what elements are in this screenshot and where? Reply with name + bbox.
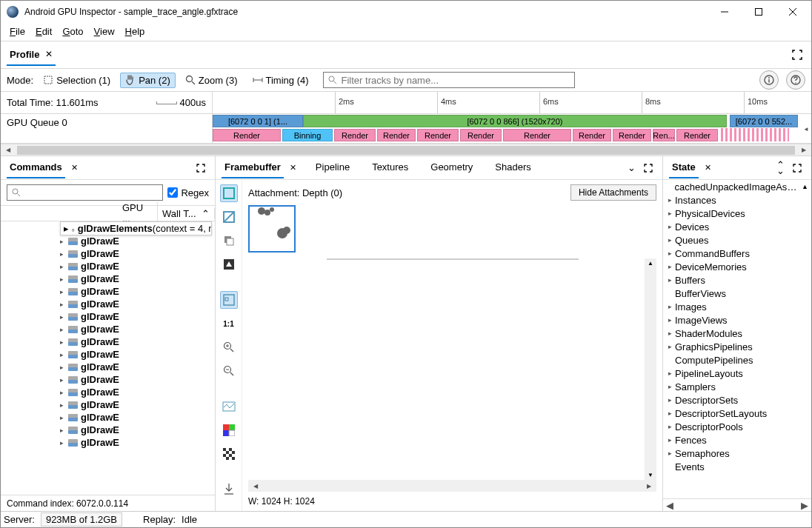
state-tree[interactable]: cachedUnpackedImageAspect▲▸Instances▸Phy… <box>663 180 811 498</box>
invert-icon[interactable] <box>220 255 238 273</box>
tab-commands[interactable]: Commands <box>7 157 65 178</box>
command-row[interactable]: ▸glDrawE <box>1 424 215 436</box>
gpu-queue-track[interactable]: [6072 0 0 1] (1...[6072 0 0 866] (1520x7… <box>213 114 811 143</box>
command-row[interactable]: ▸glDrawE <box>1 335 215 348</box>
timeline-bar[interactable]: Render <box>573 129 611 141</box>
timeline-bar[interactable]: Ren... <box>653 129 675 141</box>
state-item[interactable]: ▸GraphicsPipelines <box>663 340 811 353</box>
zoom-out-icon[interactable] <box>220 362 238 380</box>
overlay-icon[interactable] <box>220 232 238 250</box>
timeline-collapse-icon[interactable] <box>801 114 811 143</box>
mode-pan[interactable]: Pan (2) <box>120 73 176 88</box>
attachment-color-icon[interactable] <box>220 184 238 202</box>
filter-tracks-input[interactable] <box>323 72 575 88</box>
tab-state[interactable]: State <box>669 157 699 178</box>
state-item[interactable]: ▸Samplers <box>663 380 811 393</box>
tab-profile[interactable]: Profile ✕ <box>7 44 56 66</box>
menu-file[interactable]: File <box>5 24 30 36</box>
fullscreen-icon[interactable] <box>789 160 805 176</box>
timeline-bar[interactable]: Render <box>334 129 376 141</box>
actual-size-icon[interactable]: 1:1 <box>220 315 238 332</box>
command-row[interactable]: ▸glDrawE <box>1 386 215 398</box>
col-wall[interactable]: Wall T...⌃ <box>158 208 215 219</box>
help-button[interactable] <box>786 70 805 90</box>
timeline-bar[interactable]: [6072 0 0 866] (1520x720) <box>303 115 727 127</box>
mode-zoom[interactable]: Zoom (3) <box>180 73 243 88</box>
state-item[interactable]: ▸PipelineLayouts <box>663 367 811 380</box>
timeline-bar[interactable]: Render <box>417 129 459 141</box>
command-row[interactable]: ▸glDrawE <box>1 361 215 373</box>
command-row[interactable]: ▸glDrawE <box>1 273 215 285</box>
timeline-bar[interactable]: Binning <box>282 129 333 141</box>
maximize-button[interactable] <box>742 1 776 23</box>
timeline-bar[interactable]: [6072 0 0 552... <box>730 115 798 127</box>
menu-goto[interactable]: Goto <box>58 24 87 36</box>
state-item[interactable]: ▸DescriptorPools <box>663 420 811 433</box>
state-item[interactable]: ▸Images <box>663 300 811 313</box>
state-item[interactable]: ▸Semaphores <box>663 447 811 460</box>
regex-checkbox[interactable]: Regex <box>167 187 209 198</box>
state-item[interactable]: ▸ImageViews <box>663 313 811 327</box>
state-item[interactable]: ▸ShaderModules <box>663 327 811 340</box>
state-item[interactable]: ▸DescriptorSetLayouts <box>663 407 811 420</box>
hide-attachments-button[interactable]: Hide Attachments <box>570 184 656 201</box>
updown-icon[interactable]: ⌃⌄ <box>774 162 786 174</box>
state-item[interactable]: BufferViews <box>663 287 811 300</box>
fullscreen-icon[interactable] <box>640 160 656 176</box>
command-row[interactable]: ▸glDrawE <box>1 260 215 273</box>
menu-help[interactable]: Help <box>121 24 150 36</box>
chevron-down-icon[interactable]: ⌄ <box>625 162 637 173</box>
channels-icon[interactable] <box>220 421 238 439</box>
state-item[interactable]: ▸Fences <box>663 433 811 447</box>
state-item[interactable]: Events <box>663 460 811 473</box>
command-row[interactable]: ▸glDrawE <box>1 310 215 323</box>
state-scrollbar[interactable]: ◀▶ <box>663 498 811 511</box>
mode-timing[interactable]: Timing (4) <box>247 73 314 88</box>
fullscreen-icon[interactable] <box>789 47 805 63</box>
state-item[interactable]: ▸Devices <box>663 220 811 233</box>
tab-shaders[interactable]: Shaders <box>492 157 533 178</box>
tab-framebuffer[interactable]: Framebuffer <box>222 157 284 178</box>
fit-icon[interactable] <box>220 291 238 309</box>
menu-view[interactable]: View <box>90 24 119 36</box>
zoom-in-icon[interactable] <box>220 338 238 356</box>
timeline-bar[interactable]: [6072 0 0 1] (1... <box>213 115 303 127</box>
checker-icon[interactable] <box>220 445 238 463</box>
info-button[interactable] <box>759 70 779 90</box>
state-item[interactable]: cachedUnpackedImageAspect▲ <box>663 180 811 193</box>
command-row[interactable]: ▸glDrawE <box>1 398 215 411</box>
state-item[interactable]: ▸DescriptorSets <box>663 393 811 407</box>
histogram-icon[interactable] <box>220 398 238 415</box>
mode-selection[interactable]: Selection (1) <box>38 73 116 88</box>
timeline-bar[interactable]: Render <box>377 129 416 141</box>
export-icon[interactable] <box>220 481 238 498</box>
timeline-bar[interactable]: Render <box>213 129 281 141</box>
command-row[interactable]: ▸glDrawE <box>1 298 215 310</box>
close-icon[interactable]: ✕ <box>71 163 78 173</box>
timeline-bar[interactable]: Render <box>676 129 718 141</box>
command-row[interactable]: ▸glDrawE <box>1 235 215 247</box>
command-row[interactable]: ▸glDrawE <box>1 436 215 449</box>
timeline-bar[interactable]: Render <box>460 129 502 141</box>
close-button[interactable] <box>776 1 810 23</box>
fullscreen-icon[interactable] <box>193 160 209 176</box>
commands-search-input[interactable] <box>7 184 163 201</box>
timeline-scrollbar[interactable]: ◀ ▶ <box>1 144 811 156</box>
command-row[interactable]: ▸glDrawE <box>1 247 215 260</box>
attachment-depth-icon[interactable] <box>220 208 238 226</box>
state-item[interactable]: ▸Buffers <box>663 273 811 287</box>
command-row[interactable]: ▸glDrawE <box>1 348 215 361</box>
close-icon[interactable]: ✕ <box>705 163 711 173</box>
state-item[interactable]: ▸CommandBuffers <box>663 247 811 260</box>
timeline-bar[interactable]: Render <box>613 129 651 141</box>
command-row[interactable]: ▸glDrawE <box>1 285 215 298</box>
commands-list[interactable]: ▸ ⬨ glDrawElements(context = 4, mode = G… <box>1 221 215 495</box>
state-item[interactable]: ▸Instances <box>663 193 811 207</box>
close-icon[interactable]: ✕ <box>290 163 296 173</box>
fb-viewport[interactable] <box>327 258 579 260</box>
tab-textures[interactable]: Textures <box>369 157 411 178</box>
state-item[interactable]: ▸DeviceMemories <box>663 260 811 273</box>
close-icon[interactable]: ✕ <box>45 49 53 59</box>
state-item[interactable]: ComputePipelines <box>663 353 811 367</box>
command-row[interactable]: ▸glDrawE <box>1 373 215 386</box>
